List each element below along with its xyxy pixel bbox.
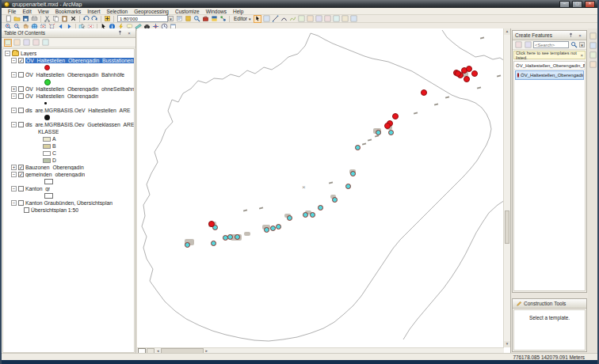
list-by-visibility-icon[interactable] [23, 39, 31, 47]
options-icon[interactable] [42, 39, 50, 47]
templates-notice[interactable]: Click here to see templates not listed. … [513, 51, 586, 59]
python-window-icon[interactable] [211, 15, 219, 23]
collapse-icon[interactable]: − [11, 93, 17, 99]
layer-row[interactable]: −ÖV_Haltestellen_Oberengadin_Bahnhöfe [3, 71, 134, 78]
layer-checkbox[interactable]: ✓ [18, 172, 24, 177]
cut-icon[interactable] [44, 15, 52, 23]
layer-row[interactable]: −dls_are.MGRBASIS.OeV_Haltestellen_ARE [3, 107, 134, 114]
map-canvas[interactable]: × [137, 28, 504, 347]
layer-row[interactable]: −Kanton_gr [3, 185, 134, 192]
dock-toolbar-icon-3-icon[interactable] [589, 51, 597, 59]
template-search-input[interactable] [533, 41, 569, 48]
straight-segment-icon[interactable] [271, 15, 279, 23]
catalog-window-icon[interactable] [185, 15, 193, 23]
redo-icon[interactable] [91, 15, 99, 23]
split-icon[interactable] [332, 15, 340, 23]
menu-geoprocessing[interactable]: Geoprocessing [131, 9, 172, 14]
dock-toolbar-icon-1-icon[interactable] [589, 32, 597, 40]
collapse-icon[interactable]: − [11, 200, 17, 206]
maximize-button[interactable]: ▢ [572, 1, 582, 8]
group-templates-icon[interactable] [525, 41, 532, 49]
layer-row[interactable]: −✓ÖV_Haltestellen_Oberengadin_Busstation… [3, 57, 134, 64]
copy-icon[interactable] [52, 15, 60, 23]
sketch-properties-icon[interactable] [349, 15, 357, 23]
menu-bookmarks[interactable]: Bookmarks [52, 9, 85, 14]
collapse-icon[interactable]: − [11, 108, 17, 113]
expand-icon[interactable]: + [11, 86, 17, 92]
add-data-icon[interactable] [104, 15, 112, 23]
layer-checkbox[interactable] [18, 200, 24, 206]
template-item[interactable]: ÖV_Haltestellen_Oberengadin_Busstationen [515, 70, 584, 80]
layer-checkbox[interactable] [18, 108, 24, 113]
layer-checkbox[interactable] [18, 72, 24, 78]
menu-selection[interactable]: Selection [103, 9, 131, 14]
vertical-scroll-thumb[interactable] [505, 210, 509, 244]
trace-icon[interactable] [288, 15, 296, 23]
list-by-source-icon[interactable] [13, 39, 21, 47]
search-window-icon[interactable] [193, 15, 201, 23]
close-button[interactable]: × [585, 1, 595, 8]
open-icon[interactable] [13, 15, 21, 23]
dock-toolbar-icon-4-icon[interactable] [589, 61, 597, 68]
collapse-icon[interactable]: − [11, 172, 17, 177]
layer-checkbox[interactable] [18, 122, 24, 127]
collapse-icon[interactable]: − [5, 51, 10, 56]
print-icon[interactable] [31, 15, 39, 23]
menu-customize[interactable]: Customize [172, 9, 203, 14]
chevron-down-icon[interactable]: ▾ [579, 42, 585, 47]
layer-row[interactable]: +ÖV_Haltestellen_Oberengadin_ohneSeilbah… [3, 85, 134, 93]
table-of-contents-window-icon[interactable] [176, 15, 184, 23]
organize-templates-icon[interactable] [515, 41, 523, 49]
reshape-icon[interactable] [315, 15, 322, 23]
toc-root-layers[interactable]: −Layers [3, 50, 134, 57]
menu-insert[interactable]: Insert [84, 9, 103, 14]
layer-row[interactable]: −dls_are.MGRBASIS.Oev_Gueteklassen_ARE [3, 121, 134, 128]
paste-icon[interactable] [61, 15, 69, 23]
map-vertical-scrollbar[interactable]: ▲ ▼ [503, 28, 510, 347]
menu-view[interactable]: View [35, 9, 52, 14]
edit-annotation-icon[interactable] [262, 15, 270, 23]
layer-checkbox[interactable] [18, 186, 24, 191]
collapse-icon[interactable]: − [11, 122, 17, 127]
pin-icon[interactable] [116, 29, 124, 37]
search-icon[interactable] [570, 41, 578, 49]
close-icon[interactable]: × [580, 53, 583, 58]
scroll-down-icon[interactable]: ▼ [504, 341, 510, 347]
close-icon[interactable]: × [576, 32, 584, 40]
rotate-icon[interactable] [323, 15, 331, 23]
scroll-up-icon[interactable]: ▲ [504, 28, 510, 35]
pin-icon[interactable] [567, 32, 574, 40]
sub-layer-row[interactable]: Übersichtsplan 1:50 [3, 207, 134, 214]
dock-toolbar-icon-2-icon[interactable] [589, 42, 597, 49]
arctoolbox-window-icon[interactable] [202, 15, 210, 23]
expand-icon[interactable]: + [11, 165, 17, 170]
scale-dropdown-icon[interactable]: ▾ [168, 16, 174, 21]
new-document-icon[interactable] [5, 15, 13, 23]
layer-checkbox[interactable]: ✓ [18, 165, 24, 170]
menu-windows[interactable]: Windows [203, 9, 230, 14]
list-by-drawing-order-icon[interactable] [4, 39, 12, 47]
endpoint-arc-icon[interactable] [280, 15, 288, 23]
scale-combo[interactable]: ▾ [117, 15, 174, 22]
collapse-icon[interactable]: − [11, 58, 17, 63]
collapse-icon[interactable]: − [11, 72, 17, 78]
attributes-icon[interactable] [341, 15, 349, 23]
edit-tool-icon[interactable] [254, 15, 261, 23]
layer-row[interactable]: −Kanton Graubünden, Übersichtsplan [3, 199, 134, 207]
layer-row[interactable]: −✓gemeinden_oberengadin [3, 171, 134, 178]
layer-checkbox[interactable] [24, 207, 29, 213]
close-icon[interactable]: × [125, 29, 133, 37]
layer-row[interactable]: −ÖV_Haltestellen_Oberengadin [3, 93, 134, 100]
arc-segment-icon[interactable] [297, 15, 305, 23]
save-icon[interactable] [22, 15, 30, 23]
menu-help[interactable]: Help [230, 9, 246, 14]
delete-icon[interactable] [70, 15, 78, 23]
layer-row[interactable]: +✓Bauzonen_Oberengadin [3, 164, 134, 171]
menu-file[interactable]: File [5, 9, 19, 14]
undo-icon[interactable] [82, 15, 90, 23]
editor-menu-button[interactable]: Editor ▾ [231, 16, 254, 21]
collapse-icon[interactable]: − [11, 186, 17, 191]
model-builder-icon[interactable] [219, 15, 227, 23]
layer-checkbox[interactable]: ✓ [18, 58, 24, 63]
menu-edit[interactable]: Edit [19, 9, 34, 14]
